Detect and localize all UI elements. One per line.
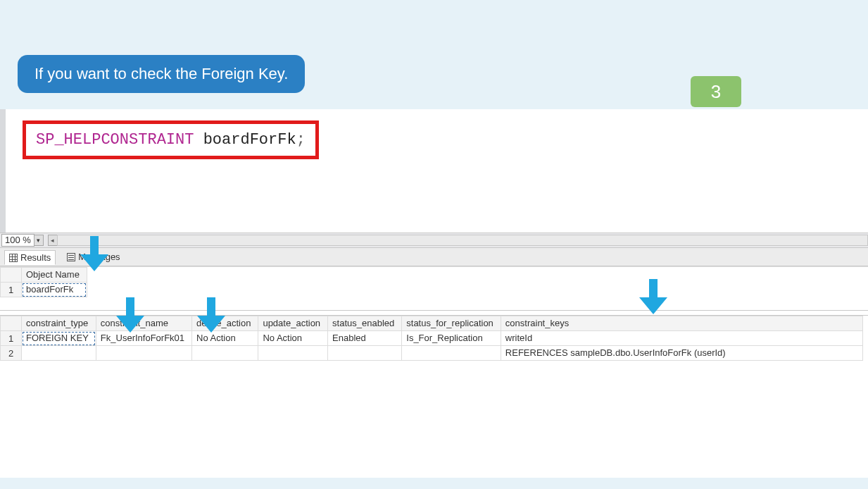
cell-delete-action[interactable]: No Action <box>192 331 258 346</box>
col-status-enabled[interactable]: status_enabled <box>328 316 402 331</box>
scroll-left-icon[interactable]: ◂ <box>48 235 58 246</box>
cell-status-for-replication[interactable] <box>402 346 501 361</box>
table-row[interactable]: 2 REFERENCES sampleDB.dbo.UserInfoForFk … <box>1 346 863 361</box>
cell-constraint-name[interactable] <box>96 346 191 361</box>
tab-results-label: Results <box>20 252 51 263</box>
highlighted-code: SP_HELPCONSTRAINT boardForFk; <box>23 120 319 159</box>
cell-constraint-keys[interactable]: writeId <box>501 331 862 346</box>
cell-status-for-replication[interactable]: Is_For_Replication <box>402 331 501 346</box>
cell-object-name[interactable]: boardForFk <box>22 283 87 297</box>
zoom-dropdown-icon[interactable]: ▾ <box>34 235 44 246</box>
arrow-down-icon <box>197 297 225 333</box>
grid-corner <box>1 316 22 331</box>
result-tabs: Results Messages <box>0 248 868 266</box>
col-status-for-replication[interactable]: status_for_replication <box>402 316 501 331</box>
callout-blue: If you want to check the Foreign Key. <box>18 55 305 93</box>
cell-status-enabled[interactable] <box>328 346 402 361</box>
row-number: 1 <box>1 283 22 297</box>
arrow-down-icon <box>116 297 144 333</box>
zoom-bar: 100 % ▾ ◂ <box>0 233 868 248</box>
col-constraint-type[interactable]: constraint_type <box>22 316 96 331</box>
col-object-name[interactable]: Object Name <box>22 268 87 283</box>
cell-constraint-type[interactable] <box>22 346 96 361</box>
table-row[interactable]: 1 FOREIGN KEY Fk_UserInfoForFk01 No Acti… <box>1 331 863 346</box>
code-keyword: SP_HELPCONSTRAINT <box>36 131 194 149</box>
scroll-track[interactable] <box>57 235 868 246</box>
code-terminator: ; <box>296 131 306 149</box>
cell-status-enabled[interactable]: Enabled <box>328 331 402 346</box>
grid-icon <box>9 254 18 262</box>
cell-constraint-name[interactable]: Fk_UserInfoForFk01 <box>96 331 191 346</box>
row-number: 1 <box>1 331 22 346</box>
cell-delete-action[interactable] <box>192 346 258 361</box>
arrow-down-icon <box>639 279 667 314</box>
zoom-level[interactable]: 100 % <box>1 234 34 247</box>
col-update-action[interactable]: update_action <box>258 316 328 331</box>
messages-icon <box>67 253 75 261</box>
cell-update-action[interactable]: No Action <box>258 331 328 346</box>
row-number: 2 <box>1 346 22 361</box>
code-arg: boardForFk <box>203 131 296 149</box>
cell-constraint-type[interactable]: FOREIGN KEY <box>22 331 96 346</box>
col-constraint-keys[interactable]: constraint_keys <box>501 316 862 331</box>
grid-corner <box>1 268 22 283</box>
tab-results[interactable]: Results <box>4 250 56 265</box>
table-row[interactable]: 1 boardForFk <box>1 283 87 297</box>
slide-number-badge: 3 <box>691 76 741 107</box>
sql-editor[interactable]: SP_HELPCONSTRAINT boardForFk; <box>0 109 868 233</box>
arrow-down-icon <box>80 236 108 271</box>
cell-update-action[interactable] <box>258 346 328 361</box>
cell-constraint-keys[interactable]: REFERENCES sampleDB.dbo.UserInfoForFk (u… <box>501 346 862 361</box>
